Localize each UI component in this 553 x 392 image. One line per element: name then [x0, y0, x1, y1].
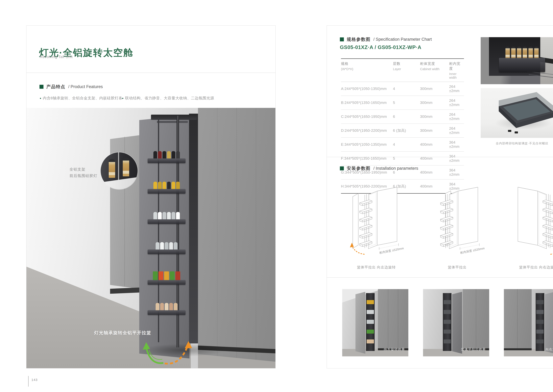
bottles-row — [499, 44, 545, 59]
install-diagram-left: 柜内深度 ≥520mm — [348, 178, 405, 256]
spec-cell: 4 — [393, 138, 420, 152]
glass-basket — [499, 58, 545, 72]
spec-cell: 6 — [393, 110, 420, 124]
spec-table: 规格(W*D*H)层数Layer柜体宽度Cabinet width柜内宽度Inn… — [341, 58, 464, 194]
spec-cell: D:244*505*(1950-2200)mm — [341, 124, 393, 138]
spec-cell: 400mm — [420, 152, 449, 165]
spec-cell: 300mm — [420, 82, 449, 96]
effect-photo-center: 篮体平拉出效果 — [423, 289, 489, 356]
detail-photo-caption: 全内部榫卯结构玻璃篮·不见任何螺丝 — [481, 141, 553, 145]
effect-photo-left: 向左旋转效果 — [342, 289, 408, 356]
spec-cell: 400mm — [420, 165, 449, 179]
clip-part-icon — [515, 132, 518, 133]
spec-cell: 300mm — [420, 124, 449, 138]
rotation-arrows — [27, 108, 275, 368]
spec-row: C:244*505*(1650-1950)mm6300mm264 ±2mm — [341, 110, 464, 124]
green-square-icon — [340, 37, 344, 41]
feature-item: 联动结构、省力静音、大容量大收纳、二边氛围光源 — [122, 96, 214, 101]
effect-caption: 向左旋转效果 — [384, 347, 405, 352]
section-divider — [327, 277, 553, 278]
spec-cell: C:244*505*(1650-1950)mm — [341, 110, 393, 124]
main-product-photo: 全铝支架 前后氛围硅胶灯 灯光轴承旋转全铝平开拉篮 — [27, 108, 275, 368]
features-heading-en: / Product Features — [68, 84, 103, 89]
spec-cell: 264 ±2mm — [449, 96, 464, 110]
feature-item: 内含8轴承旋转、全铝合金支架、内嵌硅胶灯条 — [40, 96, 122, 101]
spec-header-cell: 柜内宽度Inner width — [449, 59, 464, 82]
spec-row: D:244*505*(1950-2200)mm6 (加高)300mm264 ±2… — [341, 124, 464, 138]
clip-part-icon — [508, 130, 511, 132]
green-square-icon — [40, 85, 43, 89]
bullet-dot-icon — [40, 98, 41, 99]
install-diagram-center: 柜内深度 ≥520mm — [429, 178, 486, 256]
effect-caption: 篮体平拉出效果 — [461, 347, 486, 352]
spec-row: E:344*505*(1050-1350)mm4400mm364 ±2mm — [341, 138, 464, 152]
features-heading-zh: 产品特点 — [46, 84, 65, 90]
left-page-card: 灯光·全铝旋转太空舱 Revolving Tall Unit 产品特点 / Pr… — [26, 25, 276, 368]
title-divider — [27, 73, 275, 73]
spec-cell: 5 — [393, 96, 420, 110]
tray-detail-photo — [481, 88, 553, 138]
spec-cell: 364 ±2mm — [449, 152, 464, 165]
spec-header-cell: 层数Layer — [393, 59, 420, 82]
spec-cell: 400mm — [420, 138, 449, 152]
spec-cell: 264 ±2mm — [449, 124, 464, 138]
spec-cell: 364 ±2mm — [449, 165, 464, 179]
green-square-icon — [340, 166, 344, 170]
page-subtitle: Revolving Tall Unit — [40, 55, 73, 59]
spec-cell: 300mm — [420, 110, 449, 124]
spec-heading: 规格参数图 / Specification Parameter Chart — [340, 36, 432, 42]
spec-cell: B:244*505*(1350-1650)mm — [341, 96, 393, 110]
catalog-spread: 灯光·全铝旋转太空舱 Revolving Tall Unit 产品特点 / Pr… — [0, 0, 553, 392]
install-heading: 安装参数图 / Installation parameters — [340, 165, 418, 171]
bullet-dot-icon — [122, 98, 123, 99]
spec-cell: 4 — [393, 82, 420, 96]
features-heading: 产品特点 / Product Features — [40, 84, 103, 90]
spec-row: A:244*505*(1050-1350)mm4300mm264 ±2mm — [341, 82, 464, 96]
spec-header-row: 规格(W*D*H)层数Layer柜体宽度Cabinet width柜内宽度Inn… — [341, 59, 464, 82]
spec-cell: 6 (加高) — [393, 124, 420, 138]
spec-cell: 264 ±2mm — [449, 82, 464, 96]
install-diagram-right — [510, 178, 553, 256]
spec-header-cell: 规格(W*D*H) — [341, 59, 393, 82]
section-divider — [327, 157, 553, 157]
spec-header-cell: 柜体宽度Cabinet width — [420, 59, 449, 82]
spec-cell: 264 ±2mm — [449, 110, 464, 124]
page-number-left: 143 — [31, 378, 38, 382]
spec-cell: 300mm — [420, 96, 449, 110]
spec-table-body: A:244*505*(1050-1350)mm4300mm264 ±2mmB:2… — [341, 82, 464, 193]
effect-photo-right: 向右旋转效果 — [504, 289, 553, 356]
diagram-caption: 篮体平拉出 向左边旋转 — [348, 265, 405, 270]
spec-cell: A:244*505*(1050-1350)mm — [341, 82, 393, 96]
spec-cell: E:344*505*(1050-1350)mm — [341, 138, 393, 152]
right-page-card: 规格参数图 / Specification Parameter Chart GS… — [327, 25, 553, 368]
basket-detail-photo — [481, 37, 553, 84]
effect-caption: 向右旋转效果 — [546, 347, 553, 352]
glass-tray — [486, 92, 553, 134]
spec-cell: F:344*505*(1350-1650)mm — [341, 152, 393, 165]
diagram-caption: 篮体平拉出 — [429, 265, 486, 270]
spec-cell: 364 ±2mm — [449, 138, 464, 152]
spec-cell: 5 — [393, 152, 420, 165]
model-numbers: GS05-01XZ·A / GS05-01XZ-WP·A — [340, 44, 422, 50]
page-number-bar — [28, 376, 28, 387]
spec-row: B:244*505*(1350-1650)mm5300mm264 ±2mm — [341, 96, 464, 110]
spec-row: F:344*505*(1350-1650)mm5400mm364 ±2mm — [341, 152, 464, 165]
diagram-caption: 篮体平拉出 向右边旋转 — [510, 265, 553, 270]
